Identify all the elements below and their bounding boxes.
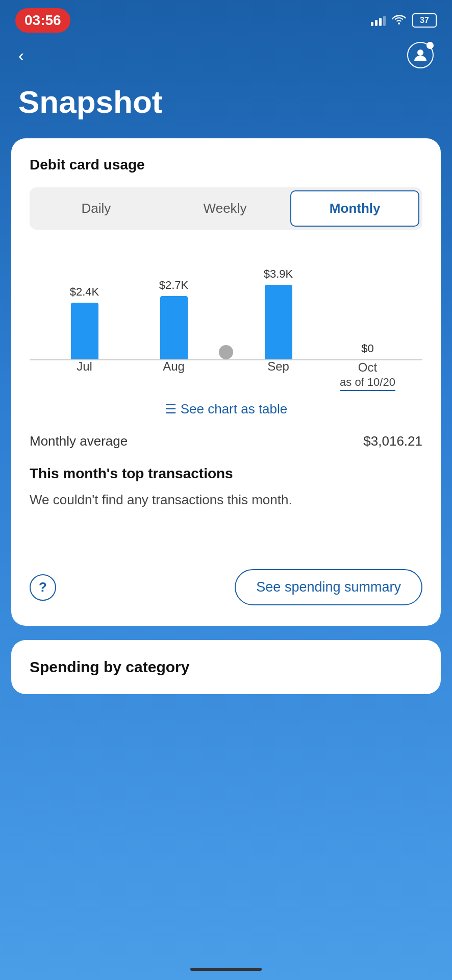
bar-sep-label: $3.9K xyxy=(264,267,293,281)
bar-jul-rect xyxy=(71,303,98,359)
bar-month-labels: Jul Aug Sep Oct as of 10/20 xyxy=(40,359,412,391)
tab-monthly[interactable]: Monthly xyxy=(290,190,419,227)
bar-sep: $3.9K xyxy=(234,267,323,359)
no-transactions-text: We couldn't find any transactions this m… xyxy=(30,492,422,508)
status-bar: 03:56 37 xyxy=(0,0,452,37)
monthly-avg-label: Monthly average xyxy=(30,433,128,449)
see-chart-link[interactable]: ☰See chart as table xyxy=(165,401,288,416)
status-time: 03:56 xyxy=(15,8,70,33)
back-button[interactable]: ‹ xyxy=(18,45,24,65)
bar-sep-rect xyxy=(265,285,292,359)
dot-marker xyxy=(219,345,233,359)
main-card: Debit card usage Daily Weekly Monthly $2… xyxy=(11,138,441,626)
bar-aug-label: $2.7K xyxy=(159,279,189,292)
bar-label-sep: Sep xyxy=(234,359,323,391)
bar-aug: $2.7K xyxy=(129,267,218,359)
profile-icon xyxy=(413,48,428,62)
signal-icon xyxy=(371,15,386,26)
page-title: Snapshot xyxy=(0,79,452,138)
list-icon: ☰ xyxy=(165,401,177,416)
chart-area: $2.4K $2.7K $3.9K xyxy=(30,248,422,391)
bar-aug-rect xyxy=(160,296,188,359)
bar-jul-label: $2.4K xyxy=(70,285,99,299)
bar-jul: $2.4K xyxy=(40,267,129,359)
bar-oct: $0 xyxy=(323,267,412,359)
header-nav: ‹ xyxy=(0,37,452,79)
status-icons: 37 xyxy=(371,13,437,28)
wifi-icon xyxy=(392,13,406,28)
tabs-row: Daily Weekly Monthly xyxy=(30,187,422,230)
top-transactions-title: This month's top transactions xyxy=(30,465,422,482)
notification-dot xyxy=(426,42,434,49)
bar-label-jul: Jul xyxy=(40,359,129,391)
card-title: Debit card usage xyxy=(30,157,422,173)
bar-oct-label: $0 xyxy=(361,342,373,355)
tab-weekly[interactable]: Weekly xyxy=(162,190,289,227)
home-indicator xyxy=(190,968,262,971)
help-button[interactable]: ? xyxy=(30,574,56,601)
spending-category-card: Spending by category xyxy=(11,640,441,694)
monthly-avg-row: Monthly average $3,016.21 xyxy=(30,433,422,449)
bar-label-aug: Aug xyxy=(129,359,218,391)
see-chart-link-container: ☰See chart as table xyxy=(30,401,422,417)
svg-point-0 xyxy=(417,50,423,56)
card-bottom-row: ? See spending summary xyxy=(30,569,422,605)
see-spending-summary-button[interactable]: See spending summary xyxy=(235,569,422,605)
tab-daily[interactable]: Daily xyxy=(33,190,160,227)
bars-row: $2.4K $2.7K $3.9K xyxy=(40,267,412,359)
oct-underline: Oct as of 10/20 xyxy=(340,359,395,391)
profile-button[interactable] xyxy=(407,42,434,68)
battery-icon: 37 xyxy=(412,13,437,28)
bar-label-oct: Oct as of 10/20 xyxy=(323,359,412,391)
spending-category-title: Spending by category xyxy=(30,658,422,676)
monthly-avg-value: $3,016.21 xyxy=(363,433,422,449)
